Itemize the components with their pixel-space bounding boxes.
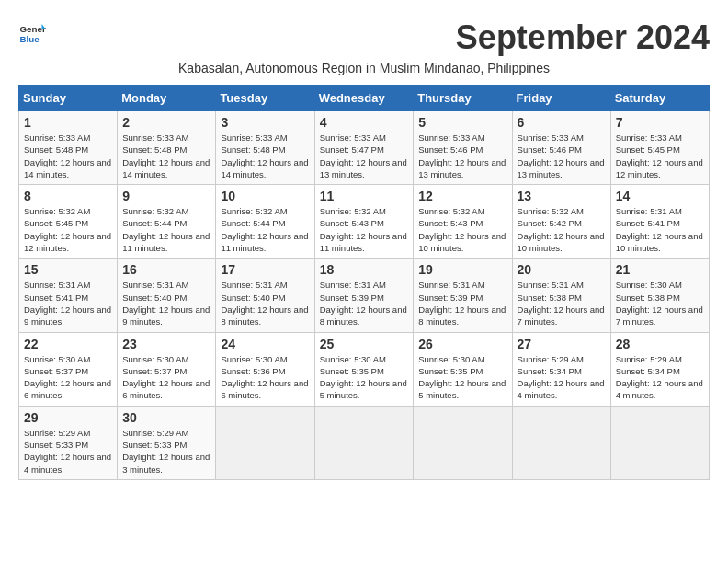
day-cell-7: 7 Sunrise: 5:33 AMSunset: 5:45 PMDayligh… — [610, 111, 709, 185]
day-info: Sunrise: 5:31 AMSunset: 5:41 PMDaylight:… — [616, 206, 703, 253]
day-info: Sunrise: 5:31 AMSunset: 5:40 PMDaylight:… — [122, 280, 210, 327]
day-cell-18: 18 Sunrise: 5:31 AMSunset: 5:39 PMDaylig… — [314, 259, 414, 332]
day-number: 28 — [616, 337, 704, 351]
day-number: 6 — [518, 115, 606, 130]
day-info: Sunrise: 5:30 AMSunset: 5:38 PMDaylight:… — [616, 280, 703, 327]
day-number: 25 — [320, 337, 409, 351]
day-number: 24 — [221, 337, 309, 351]
day-info: Sunrise: 5:33 AMSunset: 5:47 PMDaylight:… — [320, 132, 407, 179]
day-number: 16 — [122, 262, 210, 277]
day-number: 7 — [616, 115, 704, 130]
day-cell-20: 20 Sunrise: 5:31 AMSunset: 5:38 PMDaylig… — [512, 259, 610, 332]
column-header-sunday: Sunday — [19, 86, 118, 111]
day-cell-26: 26 Sunrise: 5:30 AMSunset: 5:35 PMDaylig… — [414, 332, 512, 406]
day-cell-3: 3 Sunrise: 5:33 AMSunset: 5:48 PMDayligh… — [216, 111, 314, 185]
day-info: Sunrise: 5:29 AMSunset: 5:33 PMDaylight:… — [24, 428, 111, 475]
day-number: 8 — [24, 189, 112, 203]
day-number: 3 — [221, 115, 309, 130]
empty-cell — [216, 406, 314, 479]
day-number: 12 — [418, 189, 506, 203]
month-title: September 2024 — [456, 18, 710, 57]
day-info: Sunrise: 5:33 AMSunset: 5:45 PMDaylight:… — [616, 132, 703, 179]
day-info: Sunrise: 5:33 AMSunset: 5:46 PMDaylight:… — [418, 132, 506, 179]
day-cell-8: 8 Sunrise: 5:32 AMSunset: 5:45 PMDayligh… — [19, 185, 118, 259]
column-header-saturday: Saturday — [610, 86, 709, 111]
day-cell-6: 6 Sunrise: 5:33 AMSunset: 5:46 PMDayligh… — [512, 111, 610, 185]
day-number: 26 — [418, 337, 506, 351]
logo: General Blue — [18, 18, 46, 46]
day-info: Sunrise: 5:31 AMSunset: 5:39 PMDaylight:… — [418, 280, 506, 327]
day-number: 15 — [24, 262, 112, 277]
day-info: Sunrise: 5:31 AMSunset: 5:38 PMDaylight:… — [518, 280, 605, 327]
day-cell-30: 30 Sunrise: 5:29 AMSunset: 5:33 PMDaylig… — [118, 406, 216, 479]
day-number: 1 — [24, 115, 112, 130]
day-info: Sunrise: 5:31 AMSunset: 5:39 PMDaylight:… — [320, 280, 407, 327]
empty-cell — [610, 406, 709, 479]
day-info: Sunrise: 5:31 AMSunset: 5:41 PMDaylight:… — [24, 280, 111, 327]
day-info: Sunrise: 5:32 AMSunset: 5:43 PMDaylight:… — [320, 206, 407, 253]
day-cell-14: 14 Sunrise: 5:31 AMSunset: 5:41 PMDaylig… — [610, 185, 709, 259]
day-cell-9: 9 Sunrise: 5:32 AMSunset: 5:44 PMDayligh… — [118, 185, 216, 259]
day-number: 2 — [122, 115, 210, 130]
day-number: 14 — [616, 189, 704, 203]
day-cell-2: 2 Sunrise: 5:33 AMSunset: 5:48 PMDayligh… — [118, 111, 216, 185]
column-header-friday: Friday — [512, 86, 610, 111]
day-info: Sunrise: 5:33 AMSunset: 5:48 PMDaylight:… — [24, 132, 111, 179]
empty-cell — [414, 406, 512, 479]
day-info: Sunrise: 5:30 AMSunset: 5:37 PMDaylight:… — [122, 354, 210, 401]
day-cell-28: 28 Sunrise: 5:29 AMSunset: 5:34 PMDaylig… — [610, 332, 709, 406]
day-cell-12: 12 Sunrise: 5:32 AMSunset: 5:43 PMDaylig… — [414, 185, 512, 259]
day-cell-22: 22 Sunrise: 5:30 AMSunset: 5:37 PMDaylig… — [19, 332, 118, 406]
day-cell-13: 13 Sunrise: 5:32 AMSunset: 5:42 PMDaylig… — [512, 185, 610, 259]
day-info: Sunrise: 5:29 AMSunset: 5:34 PMDaylight:… — [616, 354, 703, 401]
day-cell-23: 23 Sunrise: 5:30 AMSunset: 5:37 PMDaylig… — [118, 332, 216, 406]
day-info: Sunrise: 5:32 AMSunset: 5:44 PMDaylight:… — [122, 206, 210, 253]
day-cell-4: 4 Sunrise: 5:33 AMSunset: 5:47 PMDayligh… — [314, 111, 414, 185]
day-info: Sunrise: 5:30 AMSunset: 5:35 PMDaylight:… — [320, 354, 407, 401]
day-cell-16: 16 Sunrise: 5:31 AMSunset: 5:40 PMDaylig… — [118, 259, 216, 332]
day-cell-1: 1 Sunrise: 5:33 AMSunset: 5:48 PMDayligh… — [19, 111, 118, 185]
day-number: 13 — [518, 189, 606, 203]
day-info: Sunrise: 5:32 AMSunset: 5:45 PMDaylight:… — [24, 206, 111, 253]
day-number: 11 — [320, 189, 409, 203]
day-number: 27 — [518, 337, 606, 351]
logo-icon: General Blue — [18, 18, 46, 46]
day-number: 29 — [24, 410, 112, 425]
day-cell-10: 10 Sunrise: 5:32 AMSunset: 5:44 PMDaylig… — [216, 185, 314, 259]
day-cell-29: 29 Sunrise: 5:29 AMSunset: 5:33 PMDaylig… — [19, 406, 118, 479]
day-cell-17: 17 Sunrise: 5:31 AMSunset: 5:40 PMDaylig… — [216, 259, 314, 332]
day-cell-15: 15 Sunrise: 5:31 AMSunset: 5:41 PMDaylig… — [19, 259, 118, 332]
day-info: Sunrise: 5:29 AMSunset: 5:34 PMDaylight:… — [518, 354, 605, 401]
day-number: 30 — [122, 410, 210, 425]
day-number: 22 — [24, 337, 112, 351]
day-cell-24: 24 Sunrise: 5:30 AMSunset: 5:36 PMDaylig… — [216, 332, 314, 406]
empty-cell — [314, 406, 414, 479]
column-header-tuesday: Tuesday — [216, 86, 314, 111]
day-info: Sunrise: 5:29 AMSunset: 5:33 PMDaylight:… — [122, 428, 210, 475]
day-info: Sunrise: 5:33 AMSunset: 5:46 PMDaylight:… — [518, 132, 605, 179]
day-number: 5 — [418, 115, 506, 130]
day-number: 23 — [122, 337, 210, 351]
day-number: 20 — [518, 262, 606, 277]
day-info: Sunrise: 5:31 AMSunset: 5:40 PMDaylight:… — [221, 280, 308, 327]
day-info: Sunrise: 5:30 AMSunset: 5:36 PMDaylight:… — [221, 354, 308, 401]
day-cell-27: 27 Sunrise: 5:29 AMSunset: 5:34 PMDaylig… — [512, 332, 610, 406]
day-info: Sunrise: 5:32 AMSunset: 5:44 PMDaylight:… — [221, 206, 308, 253]
column-header-monday: Monday — [118, 86, 216, 111]
column-header-thursday: Thursday — [414, 86, 512, 111]
day-info: Sunrise: 5:32 AMSunset: 5:42 PMDaylight:… — [518, 206, 605, 253]
day-info: Sunrise: 5:30 AMSunset: 5:35 PMDaylight:… — [418, 354, 506, 401]
day-number: 18 — [320, 262, 409, 277]
day-cell-19: 19 Sunrise: 5:31 AMSunset: 5:39 PMDaylig… — [414, 259, 512, 332]
day-cell-25: 25 Sunrise: 5:30 AMSunset: 5:35 PMDaylig… — [314, 332, 414, 406]
calendar-table: SundayMondayTuesdayWednesdayThursdayFrid… — [18, 85, 710, 480]
day-cell-5: 5 Sunrise: 5:33 AMSunset: 5:46 PMDayligh… — [414, 111, 512, 185]
day-number: 21 — [616, 262, 704, 277]
subtitle: Kabasalan, Autonomous Region in Muslim M… — [18, 61, 710, 75]
day-info: Sunrise: 5:32 AMSunset: 5:43 PMDaylight:… — [418, 206, 506, 253]
day-info: Sunrise: 5:30 AMSunset: 5:37 PMDaylight:… — [24, 354, 111, 401]
day-cell-21: 21 Sunrise: 5:30 AMSunset: 5:38 PMDaylig… — [610, 259, 709, 332]
svg-text:Blue: Blue — [20, 34, 40, 44]
column-header-wednesday: Wednesday — [314, 86, 414, 111]
day-cell-11: 11 Sunrise: 5:32 AMSunset: 5:43 PMDaylig… — [314, 185, 414, 259]
